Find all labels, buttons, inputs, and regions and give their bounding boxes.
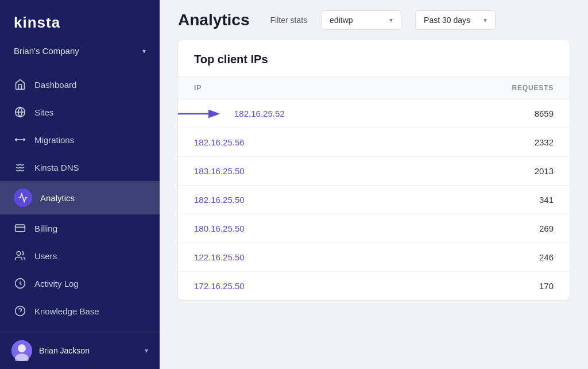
ip-address-link[interactable]: 182.16.25.50 [194, 195, 245, 205]
ip-address-link[interactable]: 172.16.25.50 [194, 281, 245, 291]
col-requests-header: REQUESTS [512, 84, 554, 92]
sidebar-label-billing: Billing [34, 224, 57, 233]
sidebar-item-sites[interactable]: Sites [0, 98, 160, 126]
arrow-indicator [178, 107, 224, 120]
sidebar-item-activity-log[interactable]: Activity Log [0, 270, 160, 297]
filter-chevron-icon: ▾ [389, 16, 393, 24]
date-chevron-icon: ▾ [483, 16, 487, 24]
page-title: Analytics [178, 11, 250, 29]
filter-dropdown[interactable]: editwp ▾ [321, 10, 401, 30]
sidebar-nav: Dashboard Sites Migrations [0, 66, 160, 332]
user-name: Brian Jackson [39, 346, 90, 355]
table-row: 182.16.25.56 2332 [178, 128, 570, 157]
sidebar-label-activity-log: Activity Log [34, 279, 79, 289]
logo-area: kinsta [0, 0, 160, 40]
svg-text:kinsta: kinsta [14, 14, 60, 31]
table-row: 182.16.25.50 341 [178, 186, 570, 214]
dns-icon [14, 161, 26, 174]
requests-count: 246 [539, 252, 554, 262]
table-row: 122.16.25.50 246 [178, 243, 570, 272]
svg-point-6 [17, 252, 21, 256]
table-row: 183.16.25.50 2013 [178, 157, 570, 186]
requests-count: 8659 [535, 109, 554, 118]
kinsta-wordmark: kinsta [14, 13, 77, 31]
requests-count: 341 [539, 195, 554, 205]
avatar [11, 340, 32, 361]
main-content-area: Analytics Filter stats editwp ▾ Past 30 … [160, 0, 588, 369]
col-ip-header: IP [194, 84, 202, 92]
card-header: Top client IPs [178, 40, 570, 77]
filter-value: editwp [330, 16, 385, 25]
sidebar-label-sites: Sites [34, 107, 53, 117]
requests-count: 2332 [535, 137, 554, 147]
company-name: Brian's Company [14, 46, 79, 56]
sidebar: kinsta Brian's Company ▾ Dashboard [0, 0, 160, 369]
ip-address-link[interactable]: 183.16.25.50 [194, 166, 245, 176]
home-icon [14, 78, 26, 91]
user-profile[interactable]: Brian Jackson ▾ [0, 332, 160, 369]
page-header: Analytics Filter stats editwp ▾ Past 30 … [160, 0, 588, 40]
requests-count: 170 [539, 281, 554, 291]
date-range-dropdown[interactable]: Past 30 days ▾ [415, 10, 496, 30]
sites-icon [14, 106, 26, 118]
sidebar-label-kinsta-dns: Kinsta DNS [34, 163, 79, 172]
top-client-ips-card: Top client IPs IP REQUESTS [178, 40, 570, 300]
user-info: Brian Jackson [11, 340, 90, 361]
card-title: Top client IPs [194, 53, 268, 66]
analytics-icon-wrap [14, 189, 32, 207]
sidebar-item-knowledge-base[interactable]: Knowledge Base [0, 297, 160, 325]
users-icon [14, 249, 26, 262]
highlight-arrow-icon [178, 107, 224, 120]
ip-address-link[interactable]: 122.16.25.50 [194, 252, 245, 262]
filter-stats-label: Filter stats [270, 16, 308, 25]
sidebar-item-kinsta-dns[interactable]: Kinsta DNS [0, 153, 160, 181]
sidebar-item-billing[interactable]: Billing [0, 214, 160, 242]
sidebar-item-users[interactable]: Users [0, 242, 160, 270]
sidebar-label-migrations: Migrations [34, 135, 74, 145]
migrations-icon [14, 133, 26, 146]
activity-icon [14, 277, 26, 290]
sidebar-item-dashboard[interactable]: Dashboard [0, 71, 160, 98]
ip-address-link[interactable]: 180.16.25.50 [194, 224, 245, 233]
company-selector[interactable]: Brian's Company ▾ [0, 40, 160, 66]
analytics-icon [17, 191, 29, 204]
table-row: 172.16.25.50 170 [178, 272, 570, 300]
billing-icon [14, 222, 26, 235]
sidebar-label-dashboard: Dashboard [34, 80, 76, 90]
sidebar-item-analytics[interactable]: Analytics [0, 181, 160, 214]
knowledge-icon [14, 305, 26, 317]
ip-address-link[interactable]: 182.16.25.56 [194, 137, 245, 147]
table-row: 182.16.25.52 8659 [178, 99, 570, 128]
table-row: 180.16.25.50 269 [178, 214, 570, 243]
date-range-value: Past 30 days [424, 16, 479, 25]
sidebar-label-knowledge-base: Knowledge Base [34, 306, 99, 316]
sidebar-label-users: Users [34, 251, 57, 261]
kinsta-logo: kinsta [14, 13, 146, 31]
svg-point-11 [18, 344, 26, 352]
requests-count: 2013 [535, 166, 554, 176]
requests-count: 269 [539, 224, 554, 233]
user-chevron-icon: ▾ [145, 347, 148, 355]
table-header-row: IP REQUESTS [178, 77, 570, 99]
sidebar-item-migrations[interactable]: Migrations [0, 126, 160, 153]
sidebar-label-analytics: Analytics [40, 193, 75, 203]
company-chevron-icon: ▾ [142, 47, 146, 55]
main-scroll-area: Top client IPs IP REQUESTS [160, 40, 588, 369]
svg-rect-4 [16, 225, 25, 232]
